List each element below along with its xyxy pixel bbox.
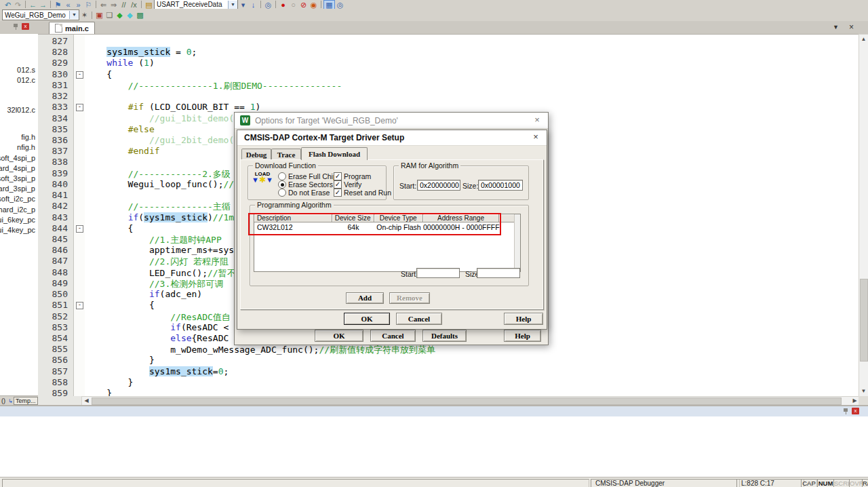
outer-close-icon[interactable]: × (532, 115, 542, 125)
find-combo[interactable]: USART_ReceiveData▼ (154, 0, 238, 9)
project-tree-item[interactable]: hard_3spi_p (0, 184, 35, 193)
cancel-button[interactable]: Cancel (370, 330, 416, 342)
functions-tab[interactable]: () (1, 397, 5, 404)
memory-windows-icon[interactable]: ▦ (323, 0, 335, 9)
comment-icon[interactable]: // (119, 1, 129, 9)
ok-button[interactable]: OK (315, 330, 363, 342)
panel-pin-icon[interactable] (13, 24, 19, 30)
code-line-836[interactable]: //gui_2bit_demo( (85, 135, 234, 145)
books-icon[interactable]: ▩ (135, 11, 145, 19)
project-tree-item[interactable]: hard_4spi_p (0, 164, 35, 172)
runtime-environment-icon[interactable]: ▣ (94, 11, 104, 19)
code-line-857[interactable]: sys1ms_stick=0; (85, 366, 229, 376)
bookmark-clear-icon[interactable]: ⚐ (83, 1, 94, 9)
find-in-files-icon[interactable]: ▤ (144, 1, 154, 9)
breakpoint-kill-icon[interactable]: ⊘ (298, 1, 309, 9)
radio-do-not-erase[interactable] (278, 189, 286, 197)
radio-erase-full-chip[interactable] (278, 172, 286, 180)
target-select-combo[interactable]: WeGui_RGB_Demo▼ (2, 9, 79, 20)
help-button[interactable]: Help (504, 313, 543, 325)
project-tree-item[interactable]: ui_4key_pc (0, 226, 35, 234)
tab-close-icon[interactable]: × (849, 22, 854, 32)
code-line-837[interactable]: #endif (85, 146, 160, 156)
algo-size-input[interactable] (477, 268, 520, 278)
help-button[interactable]: Help (504, 330, 541, 342)
uncomment-icon[interactable]: /x (129, 1, 139, 9)
fold-margin[interactable] (74, 35, 85, 396)
code-line-854[interactable]: else{ResADC (85, 333, 229, 343)
table-scroll-strip[interactable] (514, 214, 520, 271)
bookmark-toggle-icon[interactable]: ⚑ (53, 1, 63, 9)
breakpoint-enable-icon[interactable]: ◉ (309, 1, 319, 9)
fold-collapse-icon[interactable]: - (76, 71, 83, 79)
project-tree-item[interactable]: soft_3spi_p (0, 174, 35, 182)
defaults-button[interactable]: Defaults (422, 330, 467, 342)
project-panel[interactable]: 012.s012.c32l012.cfig.hnfig.hsoft_4spi_p… (0, 34, 39, 395)
checkbox-verify[interactable]: ✓ (334, 180, 342, 189)
code-line-840[interactable]: Wegui_loop_func();// (85, 179, 234, 189)
project-tree-item[interactable]: 32l012.c (7, 106, 35, 114)
code-line-831[interactable]: //--------------1.刷图DEMO--------------- (85, 80, 342, 92)
checkbox-reset-and-run[interactable]: ✓ (334, 189, 342, 197)
fold-collapse-icon[interactable]: - (76, 104, 83, 111)
select-packs-icon[interactable]: ◆ (115, 11, 125, 19)
code-line-859[interactable]: } (85, 388, 112, 396)
cancel-button[interactable]: Cancel (396, 313, 442, 325)
fold-collapse-icon[interactable]: - (76, 302, 83, 309)
project-tree-item[interactable]: hard_i2c_p (0, 206, 35, 214)
breakpoint-disable-icon[interactable]: ○ (288, 1, 298, 9)
outdent-icon[interactable]: ⇐ (98, 1, 108, 9)
code-line-851[interactable]: { (85, 300, 155, 310)
code-line-835[interactable]: #else (85, 124, 155, 134)
code-line-853[interactable]: if(ResADC < (85, 322, 229, 332)
chevron-down-icon[interactable]: ▼ (69, 11, 79, 19)
tab-main-c[interactable]: main.c (49, 22, 95, 34)
tab-list-icon[interactable]: ▼ (833, 24, 839, 31)
code-line-829[interactable]: while (1) (85, 58, 155, 68)
outer-dialog-titlebar[interactable]: W Options for Target 'WeGui_RGB_Demo' × (235, 113, 548, 129)
ram-size-input[interactable]: 0x00001000 (478, 180, 523, 191)
pane-close-icon[interactable]: x (852, 408, 859, 414)
chevron-down-icon[interactable]: ▼ (228, 1, 237, 9)
project-tree-item[interactable]: soft_i2c_pc (0, 195, 35, 203)
pack-installer-icon[interactable]: ◆ (125, 11, 135, 19)
project-tree-item[interactable]: nfig.h (17, 143, 35, 151)
indent-icon[interactable]: ⇒ (108, 1, 119, 9)
add-button[interactable]: Add (346, 292, 384, 304)
templates-tab[interactable]: Temp... (14, 397, 38, 405)
ram-start-input[interactable]: 0x20000000 (417, 180, 460, 191)
editor-vscrollbar[interactable]: ▲ ▼ (859, 34, 868, 397)
nav-forward-icon[interactable]: → (38, 1, 48, 9)
code-line-834[interactable]: //gui_1bit_demo( (85, 113, 234, 123)
radio-erase-sectors[interactable] (278, 180, 286, 189)
pane-pin-icon[interactable] (843, 408, 849, 414)
project-tree-item[interactable]: soft_4spi_p (0, 154, 35, 162)
panel-close-icon[interactable]: x (22, 23, 29, 30)
incremental-find-icon[interactable]: ▾ (238, 1, 248, 9)
tab-debug[interactable]: Debug (241, 149, 271, 160)
code-line-844[interactable]: { (85, 223, 133, 233)
options-for-target-icon[interactable]: ✶ (79, 11, 90, 19)
fold-collapse-icon[interactable]: - (76, 225, 83, 233)
scroll-up-icon[interactable]: ▲ (859, 35, 868, 43)
breakpoint-toggle-icon[interactable]: ● (278, 1, 288, 9)
debug-search-icon[interactable]: ◎ (263, 1, 273, 9)
ok-button[interactable]: OK (344, 313, 390, 325)
bookmark-next-icon[interactable]: » (73, 1, 83, 9)
remove-button[interactable]: Remove (389, 292, 430, 304)
code-line-856[interactable]: } (85, 355, 155, 365)
column-header-spare[interactable] (499, 214, 515, 222)
project-tree-item[interactable]: ui_6key_pc (0, 216, 35, 224)
scroll-down-icon[interactable]: ▼ (859, 387, 868, 395)
inner-close-icon[interactable]: × (530, 132, 541, 142)
project-tree-item[interactable]: 012.c (17, 76, 35, 84)
goto-icon[interactable]: ↓ (248, 1, 258, 9)
code-line-850[interactable]: if(adc_en) (85, 289, 202, 299)
code-line-843[interactable]: if(sys1ms_stick)//1m (85, 212, 234, 222)
manage-project-items-icon[interactable]: ❏ (104, 11, 115, 19)
redo-icon[interactable]: ↷ (13, 1, 23, 9)
tab-trace[interactable]: Trace (271, 149, 301, 160)
checkbox-program[interactable]: ✓ (334, 172, 342, 180)
project-tree-item[interactable]: fig.h (21, 133, 35, 141)
undo-icon[interactable]: ↶ (3, 1, 13, 9)
